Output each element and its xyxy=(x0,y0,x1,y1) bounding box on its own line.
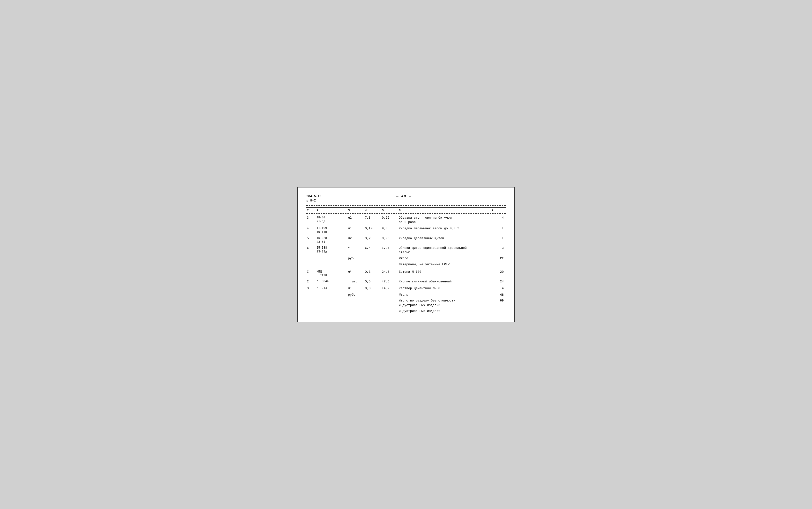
table-row: I КБЦп.II38 м³ 0,3 24,6 Бетона М-I00 20 xyxy=(306,269,506,278)
row-total: I xyxy=(491,236,506,241)
row-qty: 6,4 xyxy=(365,246,381,250)
table-row: 3 I8-302I-6д м2 7,3 0,56 Обмазка стен го… xyxy=(306,215,506,226)
row-price: 0,06 xyxy=(381,236,398,241)
row-code: II-I99I9-IIн xyxy=(316,226,347,234)
row-code: п I384а xyxy=(316,279,347,283)
row-desc: Обивка щитов оцинкованной кровельнойстал… xyxy=(398,246,491,254)
row-total: I xyxy=(491,226,506,231)
row-price: 0,56 xyxy=(381,216,398,220)
table-row: 5 I5-32823-6I м2 3,2 0,06 Укладка деревя… xyxy=(306,235,506,245)
table-body: 3 I8-302I-6д м2 7,3 0,56 Обмазка стен го… xyxy=(306,215,506,314)
empty xyxy=(381,299,398,307)
itogo-row: руб. Итого 2I xyxy=(306,256,506,261)
row-price: 9,3 xyxy=(381,226,398,231)
row-desc: Укладка деревянных щитов xyxy=(398,236,491,241)
row-desc: Укладка перемычек весом до 0,3 т xyxy=(398,226,491,231)
row-total: 20 xyxy=(491,270,506,274)
row-num: 4 xyxy=(306,226,316,231)
materials-label: Материалы, не учтенные ЕРЕР xyxy=(398,262,491,267)
row-total: 24 xyxy=(491,279,506,284)
row-code: I5-32823-6I xyxy=(316,236,347,244)
row-unit: м³ xyxy=(347,226,365,231)
empty xyxy=(306,256,316,261)
row-unit: " xyxy=(347,246,365,250)
table-row: 2 п I384а т.шт. 0,5 47,5 Кирпич глиняный… xyxy=(306,278,506,285)
row-qty: 0,3 xyxy=(365,286,381,291)
header-divider xyxy=(306,205,506,206)
row-desc: Бетона М-I00 xyxy=(398,270,491,274)
row-unit: т.шт. xyxy=(347,279,365,284)
document-page: 284-5-I8 р 8-I — 49 — I 2 3 4 5 6 7 3 I8… xyxy=(297,187,515,322)
doc-number-block: 284-5-I8 р 8-I xyxy=(306,194,321,203)
unit-rub-2: руб. xyxy=(347,293,365,297)
row-desc: Обмазка стен горячим битумомза 2 раза xyxy=(398,216,491,225)
itogo-label: Итого xyxy=(398,256,491,261)
row-total: 4 xyxy=(491,216,506,220)
itogo-section-value: 69 xyxy=(491,299,506,307)
empty xyxy=(347,299,365,307)
row-qty: 7,3 xyxy=(365,216,381,220)
row-unit: м2 xyxy=(347,236,365,241)
itogo-row-2: руб. Итого 48 xyxy=(306,292,506,298)
empty xyxy=(316,262,347,267)
row-num: 2 xyxy=(306,279,316,284)
industrial-label: Индустриальные изделия xyxy=(398,309,491,313)
materials-label-row: Материалы, не учтенные ЕРЕР xyxy=(306,262,506,267)
itogo-value: 2I xyxy=(491,256,506,261)
empty xyxy=(381,309,398,313)
unit-rub: руб. xyxy=(347,256,365,261)
empty xyxy=(381,262,398,267)
page-ref: р 8-I xyxy=(306,199,321,203)
row-qty: 0,5 xyxy=(365,279,381,284)
empty xyxy=(365,309,381,313)
col-header-3: 3 xyxy=(347,209,365,212)
row-unit: м³ xyxy=(347,286,365,291)
empty xyxy=(347,262,365,267)
col-header-4: 4 xyxy=(365,209,381,212)
row-qty: 0,3 xyxy=(365,270,381,274)
empty xyxy=(306,293,316,297)
row-code: I5-I3823-23д xyxy=(316,246,347,253)
col-header-7: 7 xyxy=(491,209,506,212)
row-code: КБЦп.II38 xyxy=(316,270,347,278)
row-unit: м³ xyxy=(347,270,365,274)
table-row: 4 II-I99I9-IIн м³ 0,I0 9,3 Укладка перем… xyxy=(306,226,506,235)
table-row: 6 I5-I3823-23д " 6,4 I,27 Обивка щитов о… xyxy=(306,245,506,256)
empty xyxy=(316,299,347,307)
row-price: 47,5 xyxy=(381,279,398,284)
row-code: I8-302I-6д xyxy=(316,216,347,224)
itogo-label-2: Итого xyxy=(398,293,491,297)
empty xyxy=(316,256,347,261)
empty xyxy=(365,262,381,267)
row-qty: 3,2 xyxy=(365,236,381,241)
empty xyxy=(306,262,316,267)
col-header-6: 6 xyxy=(398,209,491,212)
row-num: 6 xyxy=(306,246,316,250)
empty xyxy=(491,262,506,267)
row-total: 4 xyxy=(491,286,506,291)
row-num: 3 xyxy=(306,216,316,220)
col-header-1: I xyxy=(306,209,316,212)
row-code: п I2I4 xyxy=(316,286,347,290)
row-desc: Раствор цементный М-50 xyxy=(398,286,491,291)
col-header-2: 2 xyxy=(316,209,347,212)
column-headers: I 2 3 4 5 6 7 xyxy=(306,207,506,214)
industrial-row: Индустриальные изделия xyxy=(306,308,506,314)
empty xyxy=(491,309,506,313)
empty xyxy=(381,293,398,297)
empty xyxy=(306,299,316,307)
empty xyxy=(365,299,381,307)
empty xyxy=(316,293,347,297)
row-desc: Кирпич глиняный обыкновенный xyxy=(398,279,491,284)
col-header-5: 5 xyxy=(381,209,398,212)
row-num: 5 xyxy=(306,236,316,241)
row-total: 3 xyxy=(491,246,506,250)
empty xyxy=(306,309,316,313)
empty xyxy=(381,256,398,261)
row-price: 24,6 xyxy=(381,270,398,274)
page-header: 284-5-I8 р 8-I — 49 — xyxy=(306,194,506,203)
page-number: — 49 — xyxy=(396,194,411,198)
row-price: I,27 xyxy=(381,246,398,250)
empty xyxy=(365,256,381,261)
itogo-section-label: Итого по разделу без стоимостииндустриал… xyxy=(398,299,491,307)
